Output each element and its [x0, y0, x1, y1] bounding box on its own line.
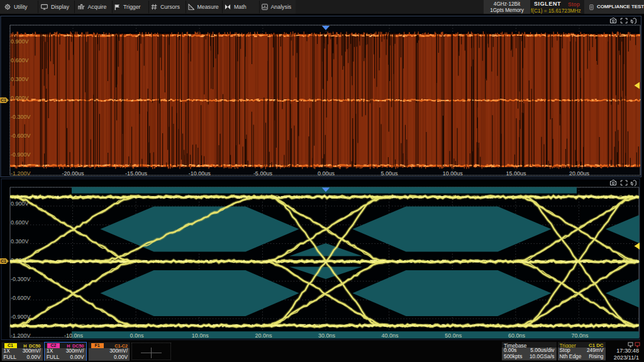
svg-text:0.300V: 0.300V	[11, 238, 29, 244]
svg-text:-1.200V: -1.200V	[11, 170, 31, 177]
svg-text:20.00us: 20.00us	[569, 170, 590, 177]
svg-text:0.0ns: 0.0ns	[130, 332, 145, 339]
svg-text:0.900V: 0.900V	[11, 38, 29, 45]
svg-text:C1: C1	[1, 259, 6, 263]
svg-text:-20.00us: -20.00us	[62, 170, 84, 177]
svg-text:C1: C1	[1, 98, 6, 102]
svg-text:60.0ns: 60.0ns	[508, 332, 526, 339]
svg-text:-0.900V: -0.900V	[11, 314, 31, 320]
svg-text:-1.200V: -1.200V	[11, 332, 31, 339]
svg-text:5.00us: 5.00us	[381, 170, 399, 177]
svg-text:-10.00us: -10.00us	[189, 170, 211, 177]
svg-text:10.0ns: 10.0ns	[192, 332, 209, 339]
svg-text:0.600V: 0.600V	[11, 219, 29, 226]
svg-text:0.000V: 0.000V	[11, 95, 29, 101]
svg-text:40.0ns: 40.0ns	[382, 332, 399, 339]
svg-text:-0.900V: -0.900V	[11, 151, 31, 158]
svg-text:20.0ns: 20.0ns	[255, 332, 272, 339]
svg-text:0.00us: 0.00us	[318, 170, 335, 177]
svg-text:15.00us: 15.00us	[506, 170, 526, 177]
svg-text:30.0ns: 30.0ns	[318, 332, 336, 339]
svg-text:-0.600V: -0.600V	[11, 133, 31, 139]
svg-text:0.600V: 0.600V	[11, 57, 29, 63]
svg-text:-5.00us: -5.00us	[253, 170, 273, 177]
svg-text:50.0ns: 50.0ns	[445, 332, 462, 339]
svg-text:-0.600V: -0.600V	[11, 295, 31, 301]
svg-text:-0.300V: -0.300V	[11, 114, 31, 120]
svg-text:0.300V: 0.300V	[11, 76, 29, 82]
svg-text:-15.00us: -15.00us	[125, 170, 148, 177]
svg-text:-10.0ns: -10.0ns	[64, 332, 84, 339]
svg-text:10.00us: 10.00us	[443, 170, 464, 177]
svg-text:70.0ns: 70.0ns	[571, 332, 589, 339]
svg-text:-0.300V: -0.300V	[11, 276, 31, 282]
